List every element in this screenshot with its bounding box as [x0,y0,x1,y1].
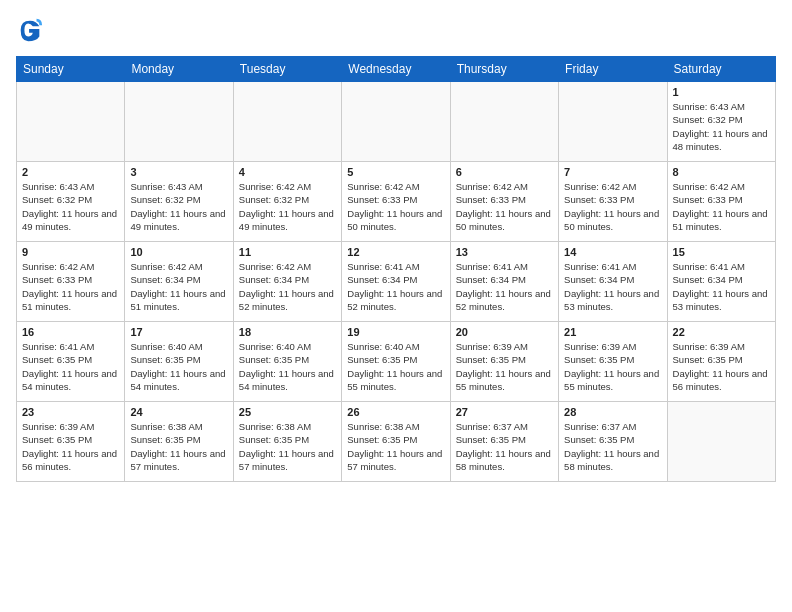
day-number: 26 [347,406,444,418]
day-number: 19 [347,326,444,338]
day-number: 16 [22,326,119,338]
day-info: Sunrise: 6:43 AM Sunset: 6:32 PM Dayligh… [673,100,770,153]
day-number: 25 [239,406,336,418]
day-info: Sunrise: 6:38 AM Sunset: 6:35 PM Dayligh… [239,420,336,473]
day-number: 6 [456,166,553,178]
day-number: 18 [239,326,336,338]
day-info: Sunrise: 6:41 AM Sunset: 6:34 PM Dayligh… [673,260,770,313]
calendar-cell: 4Sunrise: 6:42 AM Sunset: 6:32 PM Daylig… [233,162,341,242]
calendar: SundayMondayTuesdayWednesdayThursdayFrid… [16,56,776,482]
day-info: Sunrise: 6:39 AM Sunset: 6:35 PM Dayligh… [564,340,661,393]
day-info: Sunrise: 6:40 AM Sunset: 6:35 PM Dayligh… [130,340,227,393]
day-info: Sunrise: 6:41 AM Sunset: 6:35 PM Dayligh… [22,340,119,393]
day-info: Sunrise: 6:38 AM Sunset: 6:35 PM Dayligh… [347,420,444,473]
day-number: 15 [673,246,770,258]
day-header-saturday: Saturday [667,57,775,82]
day-header-sunday: Sunday [17,57,125,82]
day-header-thursday: Thursday [450,57,558,82]
day-number: 10 [130,246,227,258]
calendar-cell: 11Sunrise: 6:42 AM Sunset: 6:34 PM Dayli… [233,242,341,322]
calendar-cell: 28Sunrise: 6:37 AM Sunset: 6:35 PM Dayli… [559,402,667,482]
calendar-cell: 13Sunrise: 6:41 AM Sunset: 6:34 PM Dayli… [450,242,558,322]
day-info: Sunrise: 6:41 AM Sunset: 6:34 PM Dayligh… [456,260,553,313]
day-info: Sunrise: 6:42 AM Sunset: 6:34 PM Dayligh… [130,260,227,313]
day-info: Sunrise: 6:39 AM Sunset: 6:35 PM Dayligh… [22,420,119,473]
day-number: 1 [673,86,770,98]
day-info: Sunrise: 6:38 AM Sunset: 6:35 PM Dayligh… [130,420,227,473]
day-number: 20 [456,326,553,338]
day-info: Sunrise: 6:42 AM Sunset: 6:33 PM Dayligh… [673,180,770,233]
logo [16,16,48,44]
day-number: 22 [673,326,770,338]
day-number: 13 [456,246,553,258]
day-number: 2 [22,166,119,178]
day-number: 9 [22,246,119,258]
calendar-week-1: 1Sunrise: 6:43 AM Sunset: 6:32 PM Daylig… [17,82,776,162]
calendar-cell [125,82,233,162]
day-info: Sunrise: 6:41 AM Sunset: 6:34 PM Dayligh… [347,260,444,313]
day-number: 27 [456,406,553,418]
day-number: 24 [130,406,227,418]
calendar-cell [559,82,667,162]
day-header-wednesday: Wednesday [342,57,450,82]
day-number: 14 [564,246,661,258]
day-number: 7 [564,166,661,178]
calendar-week-5: 23Sunrise: 6:39 AM Sunset: 6:35 PM Dayli… [17,402,776,482]
calendar-cell: 24Sunrise: 6:38 AM Sunset: 6:35 PM Dayli… [125,402,233,482]
calendar-cell: 18Sunrise: 6:40 AM Sunset: 6:35 PM Dayli… [233,322,341,402]
calendar-cell: 26Sunrise: 6:38 AM Sunset: 6:35 PM Dayli… [342,402,450,482]
calendar-cell: 15Sunrise: 6:41 AM Sunset: 6:34 PM Dayli… [667,242,775,322]
day-info: Sunrise: 6:37 AM Sunset: 6:35 PM Dayligh… [456,420,553,473]
calendar-cell: 12Sunrise: 6:41 AM Sunset: 6:34 PM Dayli… [342,242,450,322]
calendar-week-2: 2Sunrise: 6:43 AM Sunset: 6:32 PM Daylig… [17,162,776,242]
calendar-week-3: 9Sunrise: 6:42 AM Sunset: 6:33 PM Daylig… [17,242,776,322]
calendar-cell: 17Sunrise: 6:40 AM Sunset: 6:35 PM Dayli… [125,322,233,402]
calendar-cell [17,82,125,162]
calendar-header-row: SundayMondayTuesdayWednesdayThursdayFrid… [17,57,776,82]
day-number: 3 [130,166,227,178]
day-number: 8 [673,166,770,178]
day-info: Sunrise: 6:39 AM Sunset: 6:35 PM Dayligh… [456,340,553,393]
day-info: Sunrise: 6:43 AM Sunset: 6:32 PM Dayligh… [22,180,119,233]
day-info: Sunrise: 6:42 AM Sunset: 6:33 PM Dayligh… [22,260,119,313]
calendar-cell: 2Sunrise: 6:43 AM Sunset: 6:32 PM Daylig… [17,162,125,242]
day-number: 11 [239,246,336,258]
calendar-cell [233,82,341,162]
day-number: 23 [22,406,119,418]
calendar-cell: 21Sunrise: 6:39 AM Sunset: 6:35 PM Dayli… [559,322,667,402]
day-number: 28 [564,406,661,418]
calendar-cell: 8Sunrise: 6:42 AM Sunset: 6:33 PM Daylig… [667,162,775,242]
day-number: 4 [239,166,336,178]
page-header [16,16,776,44]
day-number: 17 [130,326,227,338]
calendar-cell: 19Sunrise: 6:40 AM Sunset: 6:35 PM Dayli… [342,322,450,402]
calendar-cell [450,82,558,162]
calendar-cell: 27Sunrise: 6:37 AM Sunset: 6:35 PM Dayli… [450,402,558,482]
day-number: 12 [347,246,444,258]
day-info: Sunrise: 6:42 AM Sunset: 6:33 PM Dayligh… [564,180,661,233]
day-info: Sunrise: 6:43 AM Sunset: 6:32 PM Dayligh… [130,180,227,233]
calendar-cell: 7Sunrise: 6:42 AM Sunset: 6:33 PM Daylig… [559,162,667,242]
calendar-cell: 25Sunrise: 6:38 AM Sunset: 6:35 PM Dayli… [233,402,341,482]
day-header-monday: Monday [125,57,233,82]
calendar-cell: 20Sunrise: 6:39 AM Sunset: 6:35 PM Dayli… [450,322,558,402]
day-info: Sunrise: 6:40 AM Sunset: 6:35 PM Dayligh… [347,340,444,393]
calendar-cell [667,402,775,482]
calendar-cell: 22Sunrise: 6:39 AM Sunset: 6:35 PM Dayli… [667,322,775,402]
day-info: Sunrise: 6:42 AM Sunset: 6:34 PM Dayligh… [239,260,336,313]
day-info: Sunrise: 6:42 AM Sunset: 6:32 PM Dayligh… [239,180,336,233]
calendar-cell: 6Sunrise: 6:42 AM Sunset: 6:33 PM Daylig… [450,162,558,242]
calendar-cell: 10Sunrise: 6:42 AM Sunset: 6:34 PM Dayli… [125,242,233,322]
day-info: Sunrise: 6:42 AM Sunset: 6:33 PM Dayligh… [347,180,444,233]
day-number: 21 [564,326,661,338]
day-header-tuesday: Tuesday [233,57,341,82]
day-info: Sunrise: 6:37 AM Sunset: 6:35 PM Dayligh… [564,420,661,473]
day-header-friday: Friday [559,57,667,82]
day-info: Sunrise: 6:39 AM Sunset: 6:35 PM Dayligh… [673,340,770,393]
logo-icon [16,16,44,44]
calendar-cell: 1Sunrise: 6:43 AM Sunset: 6:32 PM Daylig… [667,82,775,162]
calendar-cell: 23Sunrise: 6:39 AM Sunset: 6:35 PM Dayli… [17,402,125,482]
day-info: Sunrise: 6:42 AM Sunset: 6:33 PM Dayligh… [456,180,553,233]
calendar-cell: 14Sunrise: 6:41 AM Sunset: 6:34 PM Dayli… [559,242,667,322]
day-info: Sunrise: 6:41 AM Sunset: 6:34 PM Dayligh… [564,260,661,313]
